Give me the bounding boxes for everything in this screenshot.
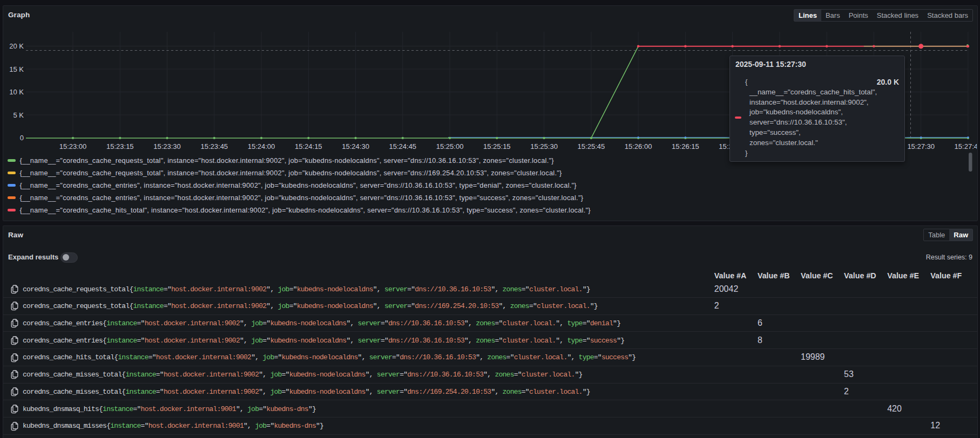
svg-text:15:24:45: 15:24:45 [389,142,416,150]
svg-text:5 K: 5 K [13,111,24,119]
svg-text:15:24:30: 15:24:30 [342,142,369,150]
svg-text:15:23:45: 15:23:45 [200,142,228,150]
svg-text:15 K: 15 K [9,65,24,73]
svg-text:15:26:00: 15:26:00 [625,142,652,150]
svg-text:15:25:30: 15:25:30 [530,142,558,150]
svg-text:15:27:45: 15:27:45 [955,142,980,150]
svg-text:15:25:15: 15:25:15 [483,142,511,150]
svg-text:15:23:15: 15:23:15 [106,142,134,150]
svg-text:15:24:15: 15:24:15 [295,142,322,150]
svg-text:15:23:30: 15:23:30 [153,142,181,150]
svg-text:0: 0 [20,134,24,142]
svg-text:15:25:00: 15:25:00 [436,142,464,150]
svg-text:15:23:00: 15:23:00 [59,142,87,150]
svg-text:15:24:00: 15:24:00 [248,142,275,150]
svg-text:15:26:15: 15:26:15 [672,142,699,150]
svg-text:15:27:30: 15:27:30 [907,142,935,150]
svg-text:20 K: 20 K [9,42,24,50]
svg-text:10 K: 10 K [9,88,24,96]
svg-text:15:25:45: 15:25:45 [578,142,605,150]
